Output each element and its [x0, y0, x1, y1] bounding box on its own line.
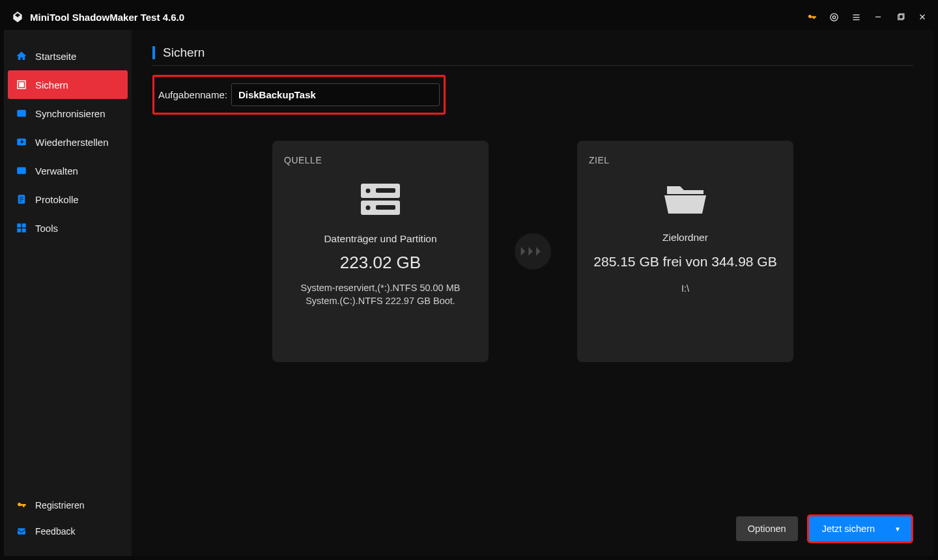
content-area: Sichern Aufgabenname: QUELLE [132, 30, 934, 556]
svg-point-1 [832, 16, 835, 18]
footer-row: Optionen Jetzt sichern ▼ [152, 514, 913, 543]
source-type: Datenträger und Partition [284, 233, 477, 245]
tools-icon [16, 222, 27, 234]
svg-rect-14 [18, 528, 25, 534]
svg-rect-17 [376, 188, 395, 193]
sidebar-item-manage[interactable]: Verwalten [4, 156, 132, 185]
sidebar-item-label: Registrieren [35, 500, 84, 511]
folder-open-icon [662, 180, 709, 220]
task-name-input[interactable] [231, 83, 440, 106]
key-icon [16, 499, 27, 511]
page-title: Sichern [152, 46, 913, 60]
svg-point-20 [366, 206, 371, 210]
sidebar-item-logs[interactable]: Protokolle [4, 185, 132, 214]
svg-point-19 [366, 189, 371, 193]
restore-icon [16, 136, 27, 148]
svg-rect-11 [22, 223, 26, 227]
app-logo-icon [10, 10, 25, 24]
sidebar-item-label: Protokolle [35, 194, 79, 205]
maximize-button[interactable] [895, 12, 905, 22]
sidebar-item-label: Synchronisieren [35, 108, 106, 119]
backup-now-button[interactable]: Jetzt sichern ▼ [807, 514, 913, 543]
sidebar-item-label: Tools [35, 223, 58, 234]
svg-rect-18 [376, 205, 395, 210]
arrow-icon [515, 233, 551, 270]
source-title: QUELLE [284, 155, 477, 165]
minimize-button[interactable] [873, 12, 883, 22]
divider [152, 65, 913, 66]
disk-icon [358, 180, 403, 221]
sidebar-item-tools[interactable]: Tools [4, 214, 132, 242]
sidebar: Startseite Sichern Synchronisieren Wiede… [4, 30, 132, 556]
mail-icon [16, 525, 27, 537]
options-button[interactable]: Optionen [736, 516, 798, 541]
cards-row: QUELLE Datenträger und Partition 223.02 … [152, 141, 913, 362]
menu-icon[interactable] [851, 12, 861, 22]
window-controls [806, 12, 928, 22]
sidebar-item-label: Startseite [35, 51, 76, 62]
sidebar-item-label: Sichern [35, 79, 68, 91]
backup-icon [16, 79, 27, 91]
sidebar-item-backup[interactable]: Sichern [8, 70, 128, 99]
task-name-row: Aufgabenname: [152, 75, 446, 115]
key-icon[interactable] [806, 12, 817, 22]
sync-icon [16, 107, 27, 119]
svg-rect-13 [22, 229, 26, 232]
sidebar-item-label: Feedback [35, 526, 75, 537]
source-size: 223.02 GB [284, 253, 477, 273]
sidebar-item-register[interactable]: Registrieren [4, 492, 132, 518]
source-detail: System-reserviert,(*:).NTFS 50.00 MB Sys… [284, 282, 477, 307]
source-card[interactable]: QUELLE Datenträger und Partition 223.02 … [272, 141, 489, 362]
target-title: ZIEL [589, 155, 782, 165]
titlebar: MiniTool ShadowMaker Test 4.6.0 [4, 4, 934, 30]
app-window: MiniTool ShadowMaker Test 4.6.0 [4, 4, 934, 556]
target-space: 285.15 GB frei von 344.98 GB [589, 254, 782, 270]
svg-rect-12 [17, 229, 21, 232]
svg-rect-6 [17, 110, 26, 117]
app-title: MiniTool ShadowMaker Test 4.6.0 [30, 12, 184, 23]
svg-rect-10 [17, 223, 21, 227]
target-type: Zielordner [589, 232, 782, 244]
target-path: I:\ [589, 283, 782, 296]
svg-rect-8 [17, 167, 26, 175]
logs-icon [16, 193, 27, 205]
sidebar-item-sync[interactable]: Synchronisieren [4, 99, 132, 128]
sidebar-item-home[interactable]: Startseite [4, 42, 132, 70]
sidebar-item-label: Verwalten [35, 165, 78, 176]
close-button[interactable] [917, 12, 928, 22]
chevron-down-icon: ▼ [894, 525, 901, 533]
sidebar-item-restore[interactable]: Wiederherstellen [4, 128, 132, 156]
home-icon [16, 50, 27, 62]
task-name-label: Aufgabenname: [158, 89, 227, 100]
svg-rect-5 [19, 82, 24, 87]
manage-icon [16, 165, 27, 176]
sidebar-item-feedback[interactable]: Feedback [4, 518, 132, 544]
lifebuoy-icon[interactable] [829, 12, 839, 22]
sidebar-item-label: Wiederherstellen [35, 137, 109, 148]
svg-point-0 [830, 13, 837, 20]
target-card[interactable]: ZIEL Zielordner 285.15 GB frei von 344.9… [577, 141, 793, 362]
